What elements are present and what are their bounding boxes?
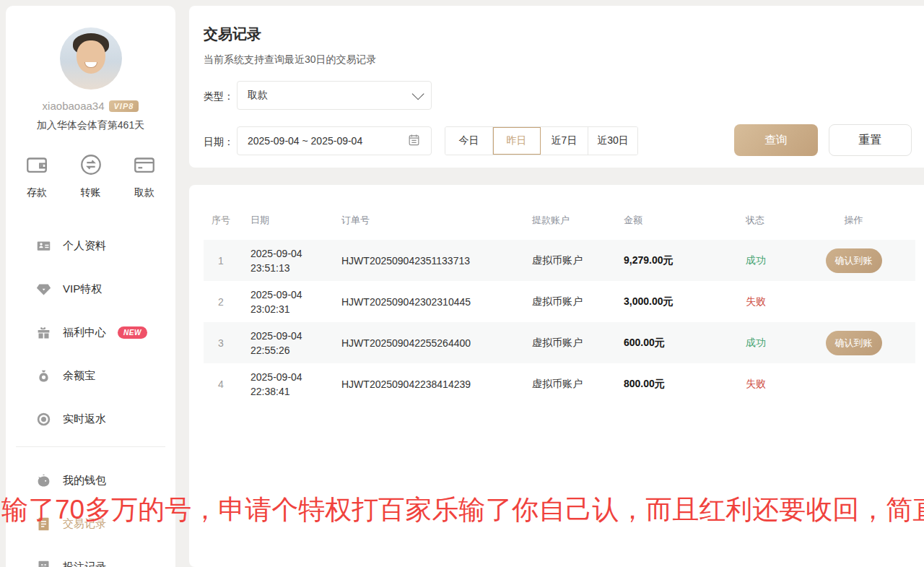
header-date: 日期 [238, 213, 332, 228]
cell-no: 1 [204, 255, 238, 267]
sidebar-item-bet-records[interactable]: 投注记录 [6, 551, 175, 567]
sidebar-item-wallet[interactable]: 我的钱包 [6, 464, 175, 496]
quick-actions: 存款 转账 取款 [6, 152, 175, 199]
sidebar-item-vip[interactable]: VIP特权 [6, 273, 175, 305]
id-card-icon [36, 238, 51, 254]
sidebar-divider [16, 446, 165, 447]
cell-no: 4 [204, 378, 238, 390]
header-action: 操作 [792, 214, 915, 227]
cell-date-day: 2025-09-04 [250, 287, 332, 302]
status-badge: 失败 [720, 378, 792, 391]
header-order: 订单号 [332, 214, 523, 227]
cell-date-time: 22:38:41 [250, 384, 332, 399]
date-range-input[interactable]: 2025-09-04 ~ 2025-09-04 [237, 126, 432, 155]
cell-order: HJWT202509042238414239 [332, 378, 523, 390]
cell-date-time: 23:02:31 [250, 302, 332, 316]
quick-action-label: 取款 [134, 186, 154, 199]
cell-no: 2 [204, 296, 238, 308]
sidebar-item-label: 交易记录 [63, 517, 106, 531]
new-badge: NEW [118, 326, 147, 339]
sidebar-item-transaction-records[interactable]: 交易记录 [6, 508, 175, 540]
sidebar-item-label: 实时返水 [63, 412, 106, 426]
range-7days-button[interactable]: 近7日 [541, 127, 588, 155]
sidebar-item-label: 我的钱包 [63, 474, 106, 488]
records-panel: 序号 日期 订单号 提款账户 金额 状态 操作 1 2025-09-04 23:… [189, 185, 924, 567]
cell-date-time: 22:55:26 [250, 343, 332, 358]
chevron-down-icon [412, 87, 424, 100]
cell-amount: 800.00元 [614, 378, 720, 391]
cell-date-day: 2025-09-04 [250, 329, 332, 343]
cell-account: 虚拟币账户 [523, 254, 614, 267]
confirm-arrival-button[interactable]: 确认到账 [826, 331, 882, 355]
withdraw-button[interactable]: 取款 [132, 152, 157, 199]
type-select-value: 取款 [248, 89, 268, 102]
cell-date-time: 23:51:13 [250, 261, 332, 275]
bet-record-icon [36, 560, 51, 567]
filter-panel: 交易记录 当前系统支持查询最近30日的交易记录 类型： 取款 日期： 2025-… [189, 6, 924, 168]
range-today-button[interactable]: 今日 [445, 127, 493, 155]
sidebar-item-label: 福利中心 [63, 326, 106, 339]
header-account: 提款账户 [523, 214, 614, 227]
table-row: 4 2025-09-04 22:38:41 HJWT20250904223841… [204, 363, 915, 404]
username: xiaobaoaa34 [43, 100, 105, 112]
diamond-icon [36, 282, 51, 297]
vip-badge: VIP8 [109, 100, 139, 112]
cell-date-day: 2025-09-04 [250, 370, 332, 384]
cell-date: 2025-09-04 22:55:26 [238, 329, 332, 358]
cell-order: HJWT202509042302310445 [332, 296, 523, 308]
table-row: 3 2025-09-04 22:55:26 HJWT20250904225526… [204, 322, 915, 363]
wallet-icon [36, 473, 51, 488]
status-badge: 失败 [720, 295, 792, 308]
cell-date: 2025-09-04 23:51:13 [238, 246, 332, 275]
status-badge: 成功 [720, 337, 792, 350]
query-button[interactable]: 查询 [734, 124, 818, 156]
sidebar-item-label: 余额宝 [63, 369, 95, 383]
cell-order: HJWT202509042351133713 [332, 255, 523, 267]
cell-amount: 9,279.00元 [614, 254, 720, 267]
header-amount: 金额 [614, 214, 720, 227]
sidebar-item-label: VIP特权 [63, 282, 102, 296]
range-30days-button[interactable]: 近30日 [588, 127, 637, 155]
cell-no: 3 [204, 337, 238, 349]
quick-action-label: 存款 [27, 186, 47, 199]
reset-button[interactable]: 重置 [829, 124, 912, 156]
range-yesterday-button[interactable]: 昨日 [493, 127, 541, 155]
quick-range-group: 今日 昨日 近7日 近30日 [445, 126, 638, 155]
header-no: 序号 [204, 214, 238, 227]
header-status: 状态 [720, 214, 792, 227]
sidebar-item-label: 个人资料 [63, 239, 106, 253]
sidebar-item-yuebao[interactable]: 余额宝 [6, 360, 175, 391]
cell-date: 2025-09-04 22:38:41 [238, 370, 332, 399]
join-days-text: 加入华体会体育第461天 [6, 119, 175, 132]
cell-account: 虚拟币账户 [523, 295, 614, 308]
cell-date: 2025-09-04 23:02:31 [238, 287, 332, 316]
records-table: 序号 日期 订单号 提款账户 金额 状态 操作 1 2025-09-04 23:… [204, 201, 915, 404]
cell-order: HJWT202509042255264400 [332, 337, 523, 349]
quick-action-label: 转账 [81, 186, 101, 199]
user-avatar[interactable] [60, 27, 122, 90]
type-select[interactable]: 取款 [237, 81, 432, 110]
date-label: 日期： [204, 136, 234, 149]
calendar-icon [407, 133, 421, 149]
type-label: 类型： [204, 90, 234, 103]
sidebar-item-rebate[interactable]: 实时返水 [6, 403, 175, 435]
sidebar-item-welfare[interactable]: 福利中心 NEW [6, 316, 175, 348]
transaction-record-icon [36, 516, 51, 532]
table-row: 2 2025-09-04 23:02:31 HJWT20250904230231… [204, 281, 915, 322]
rebate-icon [36, 412, 51, 427]
transfer-icon [79, 152, 103, 180]
cell-account: 虚拟币账户 [523, 337, 614, 350]
deposit-wallet-icon [25, 152, 49, 180]
sidebar-item-profile[interactable]: 个人资料 [6, 230, 175, 261]
sidebar-menu: 个人资料 VIP特权 福利中心 NEW 余额宝 实时返水 我的钱包 交易记录 [6, 230, 175, 567]
confirm-arrival-button[interactable]: 确认到账 [826, 248, 882, 273]
deposit-button[interactable]: 存款 [25, 152, 49, 199]
transfer-button[interactable]: 转账 [79, 152, 103, 199]
status-badge: 成功 [720, 254, 792, 267]
sidebar-item-label: 投注记录 [63, 560, 106, 567]
cell-amount: 600.00元 [614, 337, 720, 350]
cell-amount: 3,000.00元 [614, 295, 720, 308]
sidebar: xiaobaoaa34 VIP8 加入华体会体育第461天 存款 转账 取款 个… [6, 6, 175, 567]
page-subtitle: 当前系统支持查询最近30日的交易记录 [204, 53, 377, 66]
page-title: 交易记录 [204, 25, 261, 44]
